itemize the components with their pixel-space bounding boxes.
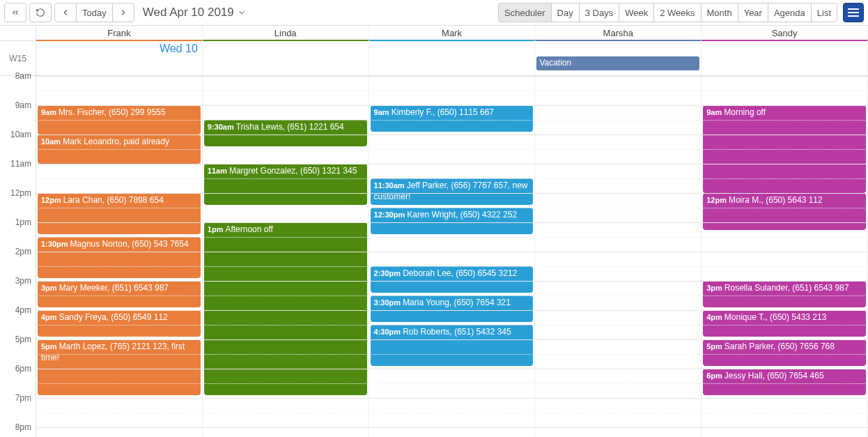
resource-header[interactable]: Mark	[369, 26, 536, 40]
allday-row: W15 Wed 10Vacation	[0, 41, 868, 76]
day-column[interactable]: 9amMrs. Fischer, (650) 299 955510amMark …	[36, 76, 203, 437]
view-day[interactable]: Day	[551, 3, 580, 22]
event-time: 9:30am	[208, 123, 234, 131]
header-gutter	[0, 26, 36, 40]
calendar-event[interactable]: 4pmSandy Freya, (650) 6549 112	[38, 310, 201, 337]
calendar-event[interactable]: 5pmMarth Lopez, (765) 2121 123, first ti…	[38, 339, 201, 395]
calendar-event[interactable]: 11:30amJeff Parker, (656) 7767 657, new …	[371, 178, 534, 205]
event-time: 3pm	[706, 284, 722, 292]
hour-label: 6pm	[0, 364, 36, 393]
resource-name: Marsha	[603, 28, 633, 38]
calendar-event[interactable]: 3pmMary Meeker, (651) 6543 987	[38, 281, 201, 307]
hour-label: 5pm	[0, 335, 36, 364]
calendar-event[interactable]: 12pmLara Chan, (650) 7898 654	[38, 193, 201, 234]
hour-label: 3pm	[0, 276, 36, 305]
calendar-event[interactable]: 12:30pmKaren Wright, (650) 4322 252	[371, 208, 534, 234]
event-title: Mark Leoandro, paid already	[63, 137, 169, 146]
day-column[interactable]: 9amKimberly F., (650) 1115 66711:30amJef…	[369, 76, 536, 437]
calendar-event[interactable]: 9amMorning off	[703, 105, 866, 193]
event-title: Maria Young, (650) 7654 321	[403, 298, 511, 307]
event-title: Deborah Lee, (650) 6545 3212	[403, 268, 517, 278]
event-time: 3:30pm	[374, 298, 401, 307]
calendar-event[interactable]: 2:30pmDeborah Lee, (650) 6545 3212	[371, 266, 534, 293]
chevrons-left-icon	[10, 8, 20, 17]
calendar-event[interactable]: 3:30pmMaria Young, (650) 7654 321	[371, 296, 534, 322]
calendar-event[interactable]: 9amKimberly F., (650) 1115 667	[371, 105, 534, 132]
allday-event[interactable]: Vacation	[536, 56, 699, 70]
event-title: Karen Wright, (650) 4322 252	[407, 210, 517, 220]
event-title: Margret Gonzalez, (650) 1321 345	[229, 166, 357, 176]
view-2weeks[interactable]: 2 Weeks	[653, 3, 701, 22]
allday-cell[interactable]	[702, 41, 868, 75]
event-title: Rosella Sulander, (651) 6543 987	[724, 283, 849, 293]
resource-header[interactable]: Linda	[203, 26, 369, 40]
view-year[interactable]: Year	[738, 3, 768, 22]
allday-cell[interactable]	[203, 41, 369, 75]
calendar-event[interactable]: 4:30pmRob Roberts, (651) 5432 345	[371, 325, 534, 366]
calendar-event[interactable]: 9:30amTrisha Lewis, (651) 1221 654	[204, 120, 367, 146]
calendar-event[interactable]: 6pmJessy Hall, (650) 7654 465	[703, 369, 866, 395]
event-time: 4:30pm	[374, 328, 401, 336]
hour-label: 11am	[0, 159, 36, 188]
date-nav-group: Today	[54, 3, 134, 22]
event-time: 9am	[706, 108, 722, 116]
calendar-event[interactable]: 5pmSarah Parker, (650) 7656 768	[703, 339, 866, 366]
allday-cell[interactable]: Vacation	[535, 41, 702, 75]
view-scheduler[interactable]: Scheduler	[498, 3, 552, 22]
refresh-button[interactable]	[29, 3, 52, 22]
calendar-event[interactable]: 12pmMoira M., (650) 5643 112	[703, 193, 866, 230]
view-3days[interactable]: 3 Days	[579, 3, 619, 22]
allday-cell[interactable]: Wed 10	[36, 41, 203, 75]
event-title: Sandy Freya, (650) 6549 112	[59, 312, 168, 322]
event-title: Lara Chan, (650) 7898 654	[63, 195, 164, 205]
hour-label: 10am	[0, 130, 36, 159]
rewind-button[interactable]	[4, 3, 26, 22]
hamburger-icon	[848, 12, 859, 13]
day-column[interactable]	[535, 76, 702, 437]
day-column[interactable]: 9:30amTrisha Lewis, (651) 1221 65411amMa…	[203, 76, 369, 437]
event-title: Marth Lopez, (765) 2121 123, first time!	[41, 342, 185, 362]
hour-label: 12pm	[0, 188, 36, 217]
event-time: 12:30pm	[374, 210, 405, 219]
date-label-text: Wed Apr 10 2019	[143, 6, 234, 20]
calendar-event[interactable]: 3pmRosella Sulander, (651) 6543 987	[703, 281, 866, 307]
view-agenda[interactable]: Agenda	[768, 3, 812, 22]
event-time: 6pm	[706, 371, 722, 380]
resource-header[interactable]: Sandy	[702, 26, 868, 40]
event-title: Trisha Lewis, (651) 1221 654	[236, 122, 344, 132]
hour-label: 7pm	[0, 393, 36, 422]
refresh-icon	[36, 8, 45, 17]
scheduler-grid: FrankLindaMarkMarshaSandy W15 Wed 10Vaca…	[0, 26, 868, 437]
event-time: 12pm	[706, 196, 727, 204]
event-time: 11am	[208, 167, 227, 175]
allday-cell[interactable]	[369, 41, 536, 75]
day-column[interactable]: 9amMorning off12pmMoira M., (650) 5643 1…	[702, 76, 868, 437]
today-button[interactable]: Today	[76, 3, 113, 22]
prev-button[interactable]	[54, 3, 77, 22]
menu-button[interactable]	[843, 3, 864, 22]
event-time: 10am	[41, 137, 61, 146]
time-body: 8am9am10am11am12pm1pm2pm3pm4pm5pm6pm7pm8…	[0, 76, 868, 437]
calendar-event[interactable]: 1:30pmMagnus Norton, (650) 543 7654	[38, 237, 201, 278]
calendar-event[interactable]: 1pmAfternoon off	[204, 222, 367, 395]
calendar-event[interactable]: 9amMrs. Fischer, (650) 299 9555	[38, 105, 201, 135]
hour-label: 9am	[0, 100, 36, 130]
calendar-event[interactable]: 4pmMonique T., (650) 5433 213	[703, 310, 866, 337]
hour-label: 8pm	[0, 422, 36, 437]
view-switcher: Scheduler Day 3 Days Week 2 Weeks Month …	[498, 3, 837, 22]
calendar-event[interactable]: 11amMargret Gonzalez, (650) 1321 345	[204, 164, 367, 205]
view-list[interactable]: List	[811, 3, 837, 22]
resource-header[interactable]: Marsha	[535, 26, 702, 40]
calendar-event[interactable]: 10amMark Leoandro, paid already	[38, 135, 201, 164]
toolbar: Today Wed Apr 10 2019 Scheduler Day 3 Da…	[0, 0, 868, 26]
event-title: Monique T., (650) 5433 213	[724, 312, 827, 322]
hour-label: 8am	[0, 71, 36, 100]
view-month[interactable]: Month	[701, 3, 738, 22]
resource-header[interactable]: Frank	[36, 26, 203, 40]
time-gutter: 8am9am10am11am12pm1pm2pm3pm4pm5pm6pm7pm8…	[0, 76, 36, 437]
date-picker[interactable]: Wed Apr 10 2019	[143, 6, 247, 20]
event-title: Mary Meeker, (651) 6543 987	[59, 283, 169, 293]
resource-name: Linda	[274, 28, 297, 38]
next-button[interactable]	[112, 3, 134, 22]
view-week[interactable]: Week	[619, 3, 654, 22]
